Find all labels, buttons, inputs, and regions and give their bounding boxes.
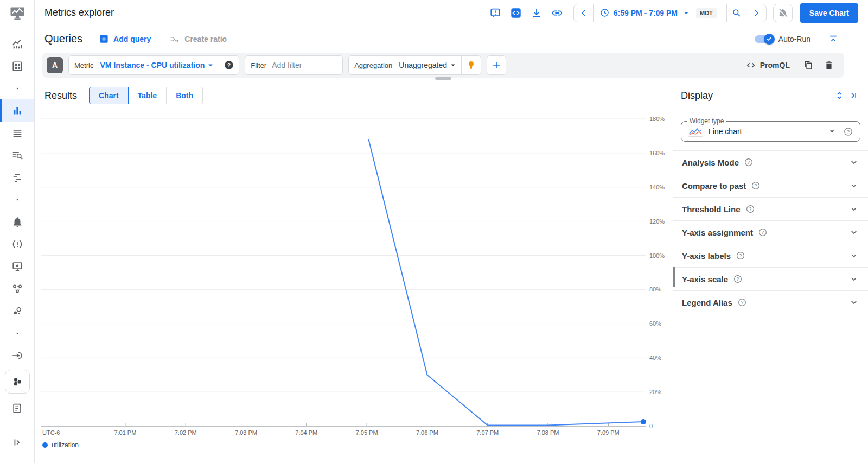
display-section-legend-alias[interactable]: Legend Alias? (673, 291, 868, 314)
help-outline-icon[interactable]: ? (736, 251, 745, 261)
help-outline-icon[interactable]: ? (751, 181, 761, 191)
trace-icon (11, 172, 23, 183)
services-icon (11, 283, 23, 295)
display-section-y-axis-labels[interactable]: Y-axis labels? (673, 244, 868, 268)
display-section-threshold-line[interactable]: Threshold Line? (673, 198, 868, 221)
auto-run-label: Auto-Run (778, 35, 810, 43)
sidebar-item-collapse-nav[interactable] (0, 431, 34, 453)
sidebar-item-dot-2 (0, 188, 34, 211)
svg-text:180%: 180% (649, 116, 665, 122)
filter-pill: Filter (245, 55, 343, 75)
svg-text:?: ? (762, 230, 764, 235)
time-range-dropdown[interactable]: 6:59 PM - 7:09 PM MDT (594, 4, 726, 22)
chevron-down-icon (848, 157, 859, 168)
tab-chart[interactable]: Chart (89, 87, 129, 104)
link-icon (551, 7, 563, 19)
code-button[interactable] (507, 4, 525, 22)
metric-select[interactable]: VM Instance - CPU utilization (99, 60, 219, 70)
help-outline-icon[interactable]: ? (737, 297, 747, 307)
alerting-disabled-button[interactable] (773, 4, 793, 22)
display-panel-title: Display (681, 90, 713, 102)
collapse-panel-button[interactable] (846, 87, 860, 104)
help-outline-icon[interactable]: ? (744, 157, 754, 167)
sidebar-item-logs-search[interactable] (0, 144, 34, 166)
line-chart[interactable]: 180%160%140%120%100%80%60%40%20%07:01 PM… (35, 108, 673, 440)
trash-icon (824, 60, 834, 71)
duplicate-query-button[interactable] (801, 56, 816, 74)
widget-type-select[interactable]: Widget type Line chart ? (681, 121, 860, 142)
delete-query-button[interactable] (821, 56, 837, 74)
nav-sidebar (0, 0, 35, 463)
sidebar-item-error-reporting[interactable] (0, 233, 34, 255)
svg-text:7:03 PM: 7:03 PM (235, 429, 257, 436)
display-section-compare-to-past[interactable]: Compare to past? (673, 174, 868, 198)
collapse-right-icon (848, 90, 859, 101)
sidebar-item-alerting[interactable] (0, 211, 34, 233)
tab-both[interactable]: Both (166, 87, 203, 104)
code-brackets-icon (745, 60, 756, 71)
sidebar-item-uptime-checks[interactable] (0, 255, 34, 277)
results-title: Results (44, 90, 77, 102)
sidebar-item-trace[interactable] (0, 166, 34, 188)
svg-text:160%: 160% (649, 150, 665, 156)
panel-scrollbar[interactable] (673, 267, 675, 287)
chevron-down-icon (848, 180, 859, 191)
svg-text:7:08 PM: 7:08 PM (537, 429, 559, 436)
sidebar-item-integrations[interactable] (0, 300, 34, 322)
dot-separator-icon (11, 327, 23, 339)
expand-all-button[interactable] (832, 87, 846, 104)
save-chart-button[interactable]: Save Chart (800, 3, 858, 23)
display-section-y-axis-scale[interactable]: Y-axis scale? (673, 268, 868, 291)
filter-label: Filter (245, 61, 272, 69)
help-outline-icon[interactable]: ? (758, 227, 768, 237)
feedback-button[interactable] (487, 4, 504, 22)
svg-text:?: ? (741, 300, 743, 305)
queries-row: Queries Add query Create ratio Auto-Run (35, 26, 868, 52)
resize-handle[interactable] (435, 77, 451, 80)
aggregation-pill: Aggregation Unaggregated (348, 55, 481, 75)
aggregation-select[interactable]: Unaggregated (398, 60, 461, 70)
sidebar-item-dashboards[interactable] (0, 55, 34, 77)
time-zoom-button[interactable] (727, 4, 746, 22)
help-outline-icon[interactable]: ? (745, 204, 755, 214)
time-back-button[interactable] (574, 4, 593, 22)
filter-input[interactable] (272, 61, 342, 69)
time-range-control: 6:59 PM - 7:09 PM MDT (573, 4, 767, 22)
collapse-up-icon (828, 34, 839, 45)
lightbulb-icon (466, 60, 476, 71)
sidebar-item-kubernetes-promo[interactable] (0, 366, 34, 397)
sidebar-item-data-ingestion[interactable] (0, 344, 34, 366)
legend-series-label[interactable]: utilization (52, 441, 79, 449)
caret-down-icon (448, 60, 458, 70)
sidebar-item-metrics-explorer[interactable] (0, 99, 34, 122)
alarm-off-icon (777, 8, 788, 18)
help-outline-icon[interactable]: ? (733, 274, 743, 284)
auto-run-toggle[interactable] (755, 35, 773, 43)
cloud-monitoring-logo[interactable] (0, 0, 34, 26)
time-forward-button[interactable] (746, 4, 766, 22)
share-link-button[interactable] (548, 4, 566, 22)
add-filter-plus-button[interactable] (487, 55, 506, 75)
sidebar-item-services[interactable] (0, 277, 34, 300)
display-section-y-axis-assignment[interactable]: Y-axis assignment? (673, 221, 868, 244)
metric-help-button[interactable]: ? (219, 60, 239, 71)
suggestion-button[interactable] (462, 60, 481, 71)
sidebar-item-monitoring-overview[interactable] (0, 33, 34, 55)
sidebar-item-release-notes[interactable] (0, 397, 34, 419)
chart-area[interactable]: 180%160%140%120%100%80%60%40%20%07:01 PM… (35, 108, 673, 463)
copy-icon (803, 60, 814, 71)
download-icon (531, 7, 542, 19)
sidebar-item-list[interactable] (0, 122, 34, 144)
svg-text:UTC-6: UTC-6 (42, 429, 60, 436)
display-section-analysis-mode[interactable]: Analysis Mode? (673, 151, 868, 174)
svg-text:?: ? (755, 183, 757, 188)
promql-button[interactable]: PromQL (745, 60, 790, 71)
collapse-queries-button[interactable] (825, 30, 842, 48)
download-button[interactable] (528, 4, 545, 22)
svg-text:?: ? (748, 160, 750, 165)
tab-table[interactable]: Table (128, 87, 167, 104)
add-query-button[interactable]: Add query (99, 34, 151, 44)
help-outline-icon[interactable]: ? (843, 126, 853, 137)
create-ratio-button[interactable]: Create ratio (169, 34, 227, 45)
monitoring-logo-icon (9, 5, 25, 21)
